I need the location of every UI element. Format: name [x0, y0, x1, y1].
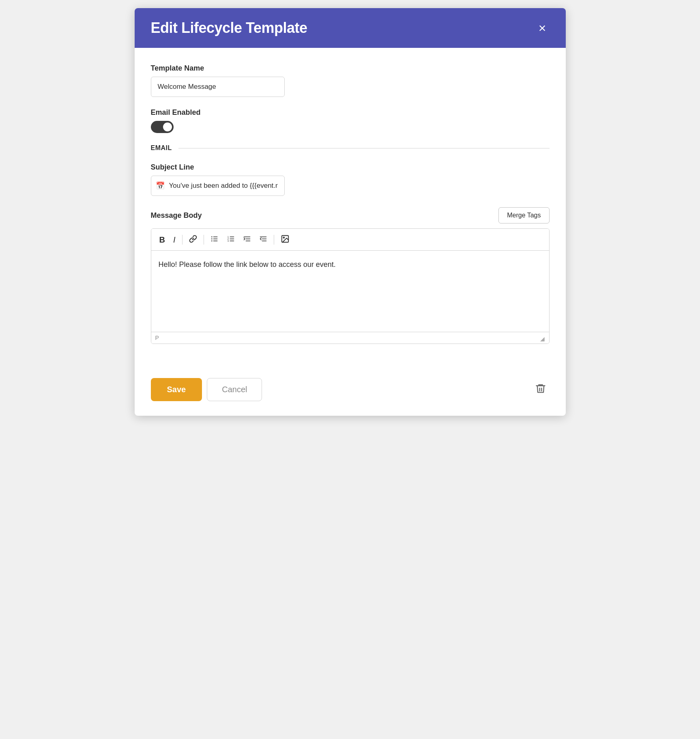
svg-text:3: 3 [227, 240, 228, 242]
modal-header: Edit Lifecycle Template × [135, 8, 566, 48]
message-body-label: Message Body [151, 211, 202, 220]
save-button[interactable]: Save [151, 378, 202, 401]
close-button[interactable]: × [535, 20, 550, 36]
message-body-header: Message Body Merge Tags [151, 207, 550, 223]
link-icon [189, 235, 197, 243]
section-divider-line [178, 148, 550, 148]
email-enabled-label: Email Enabled [151, 108, 550, 117]
delete-button[interactable] [532, 380, 550, 400]
ordered-list-button[interactable]: 1 2 3 [223, 232, 238, 247]
footer-left-actions: Save Cancel [151, 378, 262, 401]
svg-point-19 [283, 237, 284, 238]
toolbar-separator-1 [182, 235, 183, 245]
template-name-input[interactable] [151, 77, 285, 97]
ordered-list-icon: 1 2 3 [227, 235, 235, 243]
image-icon [281, 234, 290, 243]
merge-tags-button[interactable]: Merge Tags [498, 207, 549, 223]
editor-toolbar: B I [151, 229, 549, 251]
trash-icon [535, 383, 546, 394]
outdent-icon [243, 235, 251, 243]
cancel-button[interactable]: Cancel [207, 378, 262, 401]
template-name-label: Template Name [151, 64, 550, 73]
outdent-button[interactable] [240, 232, 254, 247]
italic-button[interactable]: I [170, 233, 179, 246]
message-body-text: Hello! Please follow the link below to a… [159, 260, 336, 269]
toggle-slider [151, 121, 174, 133]
indent-icon [259, 235, 267, 243]
editor-content[interactable]: Hello! Please follow the link below to a… [151, 251, 549, 332]
edit-lifecycle-template-modal: Edit Lifecycle Template × Template Name … [135, 8, 566, 416]
svg-point-4 [211, 238, 213, 240]
subject-emoji-icon: 📅 [156, 181, 165, 190]
modal-footer: Save Cancel [135, 370, 566, 416]
subject-line-label: Subject Line [151, 163, 550, 172]
email-enabled-group: Email Enabled [151, 108, 550, 133]
bold-button[interactable]: B [156, 233, 168, 246]
editor-container: B I [151, 228, 550, 344]
toolbar-separator-3 [274, 235, 274, 245]
resize-handle[interactable]: ◢ [540, 335, 545, 340]
message-body-group: Message Body Merge Tags B I [151, 207, 550, 344]
subject-line-input[interactable] [151, 176, 285, 196]
editor-footer: P ◢ [151, 332, 549, 344]
toggle-wrapper [151, 121, 550, 133]
svg-point-3 [211, 236, 213, 238]
bullet-list-icon [210, 235, 219, 243]
email-section-label: EMAIL [151, 144, 172, 152]
modal-body: Template Name Email Enabled EMAIL Subjec… [135, 48, 566, 370]
subject-input-wrapper: 📅 [151, 176, 285, 196]
subject-line-group: Subject Line 📅 [151, 163, 550, 196]
link-button[interactable] [186, 232, 200, 247]
image-button[interactable] [277, 232, 293, 247]
email-section-divider: EMAIL [151, 144, 550, 152]
modal-title: Edit Lifecycle Template [151, 19, 307, 37]
bullet-list-button[interactable] [207, 232, 222, 247]
template-name-group: Template Name [151, 64, 550, 97]
indent-button[interactable] [256, 232, 271, 247]
svg-point-5 [211, 241, 213, 242]
toolbar-separator-2 [204, 235, 204, 245]
paragraph-label: P [155, 335, 159, 341]
email-enabled-toggle[interactable] [151, 121, 174, 133]
